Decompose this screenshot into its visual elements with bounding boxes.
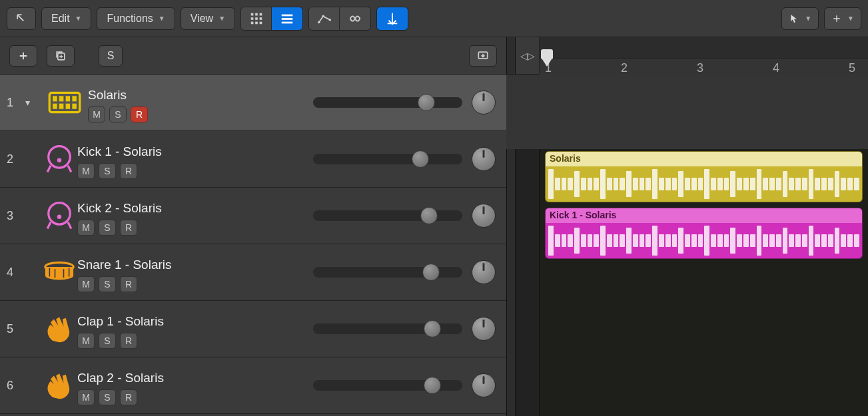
track-icon (25, 313, 77, 344)
track-row[interactable]: 5 Clap 1 - Solaris M S R (0, 301, 506, 357)
track-name: Clap 2 - Solaris (77, 371, 313, 385)
link-button[interactable] (7, 7, 36, 30)
pan-knob[interactable] (472, 373, 496, 397)
track-icon (25, 200, 77, 231)
list-view-button[interactable] (272, 7, 302, 30)
record-enable-button[interactable]: R (120, 276, 137, 292)
volume-slider[interactable] (313, 380, 462, 391)
ruler-bar-number: 5 (849, 61, 855, 75)
collapse-button[interactable] (469, 45, 497, 67)
svg-rect-8 (259, 21, 262, 24)
svg-rect-0 (250, 13, 253, 15)
pointer-tool-menu[interactable]: ▼ (781, 7, 819, 30)
functions-menu-label: Functions (107, 13, 153, 25)
view-menu[interactable]: View ▼ (181, 7, 235, 30)
volume-slider[interactable] (313, 97, 462, 108)
track-number: 1 (0, 96, 25, 110)
view-mode-toggle (240, 7, 303, 31)
mute-button[interactable]: M (88, 106, 105, 122)
svg-rect-1 (255, 13, 258, 15)
track-icon (25, 370, 77, 401)
track-name: Solaris (88, 88, 313, 103)
record-enable-button[interactable]: R (120, 333, 137, 349)
cycle-handles[interactable]: ◁▷ (516, 37, 540, 75)
track-name: Clap 1 - Solaris (77, 314, 313, 329)
mute-button[interactable]: M (77, 333, 95, 349)
svg-rect-3 (250, 17, 253, 20)
edit-menu-label: Edit (51, 13, 70, 25)
flex-button[interactable] (340, 7, 370, 30)
mute-button[interactable]: M (77, 163, 95, 179)
svg-point-12 (317, 21, 320, 23)
track-row[interactable]: 1 ▾ Solaris M S R (0, 75, 506, 131)
pan-knob[interactable] (472, 91, 496, 114)
functions-menu[interactable]: Functions ▼ (97, 7, 175, 30)
ruler[interactable]: 12345 (540, 37, 868, 75)
svg-point-13 (322, 15, 324, 17)
automation-curve-button[interactable] (309, 7, 340, 30)
pan-knob[interactable] (472, 204, 496, 228)
record-enable-button[interactable]: R (120, 389, 137, 405)
mute-button[interactable]: M (77, 389, 95, 405)
solo-button[interactable]: S (99, 163, 116, 179)
track-name: Kick 2 - Solaris (77, 201, 313, 216)
track-number: 3 (0, 209, 25, 223)
solo-button[interactable]: S (109, 106, 127, 122)
svg-rect-9 (282, 14, 293, 16)
pan-knob[interactable] (472, 147, 496, 171)
svg-rect-10 (282, 18, 293, 20)
track-row[interactable]: 2 Kick 1 - Solaris M S R (0, 131, 506, 188)
svg-rect-6 (250, 21, 253, 24)
solo-button[interactable]: S (99, 333, 116, 349)
ruler-bar-number: 3 (697, 61, 703, 75)
volume-slider[interactable] (313, 154, 462, 164)
svg-rect-11 (282, 21, 293, 23)
record-enable-button[interactable]: R (131, 106, 148, 122)
duplicate-track-button[interactable] (47, 45, 75, 67)
volume-slider[interactable] (313, 267, 462, 278)
mute-button[interactable]: M (77, 276, 95, 292)
svg-rect-2 (259, 13, 262, 15)
edit-menu[interactable]: Edit ▼ (41, 7, 91, 30)
track-row[interactable]: 6 Clap 2 - Solaris M S R (0, 357, 506, 414)
grid-view-button[interactable] (241, 7, 272, 30)
global-solo-button[interactable]: S (99, 45, 123, 67)
ruler-bar-number: 4 (773, 61, 779, 75)
pan-knob[interactable] (472, 317, 496, 341)
record-enable-button[interactable]: R (120, 220, 137, 236)
record-enable-button[interactable]: R (120, 163, 137, 179)
region-pattern (546, 223, 862, 258)
divider[interactable] (506, 37, 516, 74)
alt-tool-menu[interactable]: ▼ (824, 7, 861, 30)
region-clip[interactable]: Solaris (545, 151, 863, 202)
solo-button[interactable]: S (99, 389, 116, 405)
region-clip[interactable]: Kick 1 - Solaris (545, 208, 863, 259)
region-pattern (546, 166, 862, 202)
solo-button[interactable]: S (99, 220, 116, 236)
automation-toggle (308, 7, 371, 31)
view-menu-label: View (191, 13, 213, 25)
track-name: Snare 1 - Solaris (77, 258, 313, 272)
playhead[interactable] (541, 57, 553, 67)
track-number: 2 (0, 152, 25, 166)
mute-button[interactable]: M (77, 220, 95, 236)
track-row[interactable]: 4 Snare 1 - Solaris M S R (0, 244, 506, 301)
track-icon (25, 257, 77, 288)
solo-button[interactable]: S (99, 276, 116, 292)
track-name: Kick 1 - Solaris (77, 144, 313, 159)
disclosure-triangle[interactable]: ▾ (25, 97, 41, 108)
track-number: 4 (0, 266, 25, 280)
add-track-button[interactable] (9, 45, 37, 67)
divider[interactable] (506, 149, 516, 416)
catch-playhead-button[interactable] (377, 7, 408, 30)
pan-knob[interactable] (472, 260, 496, 284)
track-row[interactable]: 3 Kick 2 - Solaris M S R (0, 188, 506, 244)
arrangement-area[interactable]: Solaris Kick 1 - Solaris Clap 2 - Solari… (516, 149, 868, 416)
meter-column (516, 149, 540, 416)
svg-rect-7 (255, 21, 258, 24)
svg-rect-4 (255, 17, 258, 20)
volume-slider[interactable] (313, 323, 462, 334)
region-label: Solaris (546, 152, 862, 166)
volume-slider[interactable] (313, 210, 462, 221)
svg-rect-15 (388, 23, 398, 24)
